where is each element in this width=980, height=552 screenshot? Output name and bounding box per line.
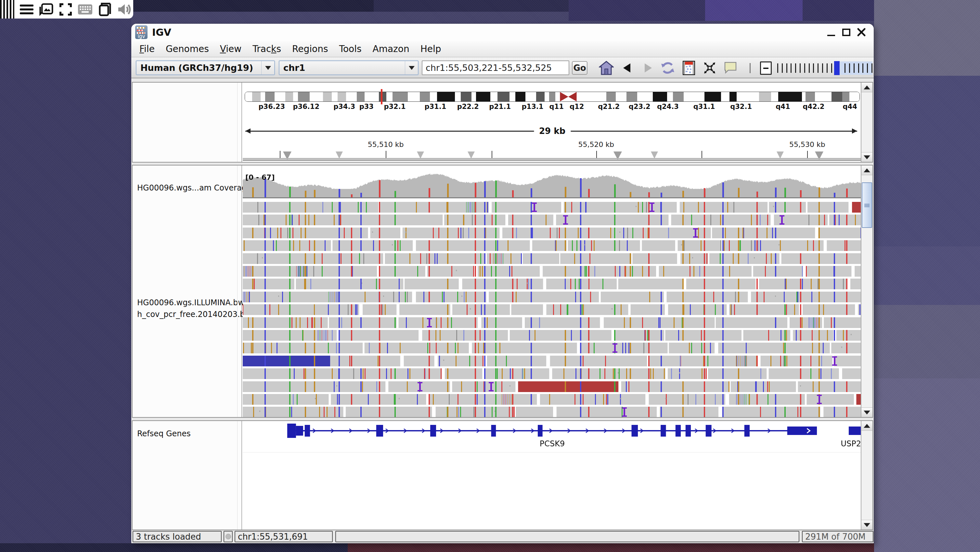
genome-select[interactable]: Human (GRCh37/hg19): [136, 61, 275, 75]
menu-bar: FileGenomesViewTracksRegionsToolsAmazonH…: [131, 41, 874, 57]
chromosome-select[interactable]: chr1: [279, 61, 418, 75]
zoom-tick: [813, 64, 814, 73]
zoom-tick: [809, 64, 810, 73]
ruler-marker-triangle: [283, 152, 291, 160]
alignment-canvas[interactable]: [243, 166, 862, 417]
cytoband: [637, 92, 653, 101]
cytoband: [778, 92, 802, 101]
zoom-tick: [795, 64, 796, 73]
title-bar[interactable]: igv IGV: [131, 24, 874, 41]
alignment-panel-content[interactable]: [0 - 67]: [243, 166, 862, 417]
zoom-slider-thumb[interactable]: [834, 61, 840, 75]
status-dot-icon: [226, 534, 231, 539]
coverage-track-label[interactable]: HG00096.wgs...am Coverage: [137, 183, 251, 193]
chevron-down-icon[interactable]: [405, 61, 418, 75]
home-icon[interactable]: [598, 60, 614, 76]
menu-tracks[interactable]: Tracks: [247, 43, 286, 54]
zoom-tick: [818, 64, 819, 73]
cytoband: [560, 92, 568, 101]
arrow-right-icon: [852, 128, 857, 134]
drag-handle[interactable]: [0, 0, 14, 19]
cytoband: [568, 92, 577, 101]
scroll-down-icon[interactable]: [861, 407, 872, 417]
alignment-track-label-line2[interactable]: h_cov_pcr_free.20140203.bam: [137, 310, 257, 319]
menu-help[interactable]: Help: [415, 43, 447, 54]
cytoband-label: q31.1: [694, 103, 715, 110]
ruler-marker-triangle: [614, 152, 622, 160]
cytoband: [476, 92, 490, 101]
cytoband: [437, 92, 455, 101]
gene-name-label: PCSK9: [540, 439, 565, 448]
alignment-panel: HG00096.wgs...am Coverage HG00096.wgs.IL…: [132, 165, 873, 418]
scroll-up-icon[interactable]: [861, 166, 872, 175]
maximize-button[interactable]: [841, 27, 852, 37]
chromosome-ideogram[interactable]: [245, 92, 860, 102]
cytoband: [310, 92, 323, 101]
cytoband: [737, 92, 759, 101]
zoom-tick: [872, 64, 872, 73]
scroll-up-icon[interactable]: [861, 83, 872, 93]
fullscreen-icon[interactable]: [59, 3, 73, 16]
genes-panel-scrollbar[interactable]: [861, 421, 872, 530]
message-status: [335, 531, 799, 542]
cursor-position-status: chr1:55,531,691: [235, 531, 333, 542]
zoom-tick: [800, 64, 801, 73]
menu-view[interactable]: View: [215, 43, 247, 54]
cytoband: [461, 92, 471, 101]
cytoband-label: p33: [360, 103, 374, 110]
cytoband: [252, 92, 261, 101]
cytoband: [536, 92, 544, 101]
locus-input[interactable]: [422, 61, 569, 75]
speaker-icon[interactable]: [117, 3, 131, 16]
fit-to-window-icon[interactable]: [703, 60, 716, 76]
cytoband: [606, 92, 616, 101]
zoom-out-button[interactable]: [760, 61, 772, 75]
go-button[interactable]: Go: [572, 61, 587, 75]
genes-panel: Refseq Genes PCSK9 USP2: [132, 420, 873, 530]
locus-panel-content[interactable]: p36.23p36.12p34.3p33p32.1p31.1p22.2p21.1…: [243, 83, 862, 162]
genes-track-label[interactable]: Refseq Genes: [137, 429, 191, 438]
gene-track-canvas[interactable]: [243, 421, 862, 530]
menu-regions[interactable]: Regions: [286, 43, 333, 54]
cytoband: [337, 92, 346, 101]
cytoband-label: p22.2: [457, 103, 479, 110]
locus-panel-scrollbar[interactable]: [861, 83, 872, 162]
track-label-column: [132, 83, 242, 162]
ruler-tick: [280, 151, 280, 159]
cytoband: [379, 92, 387, 101]
keyboard-icon[interactable]: [78, 3, 92, 16]
alignment-track-label-line1[interactable]: HG00096.wgs.ILLUMINA.bwa.G: [137, 298, 258, 307]
cytoband: [525, 92, 536, 101]
minimize-button[interactable]: [826, 27, 837, 37]
wallpaper-block: [874, 246, 980, 305]
scroll-up-icon[interactable]: [861, 421, 872, 431]
cytoband-label: q41: [776, 103, 790, 110]
scrollbar-thumb[interactable]: [862, 182, 872, 228]
forward-icon[interactable]: [643, 60, 654, 76]
cytoband: [729, 92, 737, 101]
back-icon[interactable]: [621, 60, 632, 76]
ruler-marker-triangle: [815, 152, 823, 160]
alignment-panel-scrollbar[interactable]: [861, 166, 872, 417]
ruler-tick: [596, 151, 597, 159]
chromosome-select-value: chr1: [280, 63, 405, 73]
chevron-down-icon[interactable]: [261, 61, 274, 75]
screenshot-icon[interactable]: [39, 3, 53, 16]
tooltip-popup-icon[interactable]: [723, 60, 738, 76]
cytoband: [759, 92, 771, 101]
scroll-down-icon[interactable]: [861, 520, 872, 530]
menu-icon[interactable]: [19, 3, 34, 16]
refresh-icon[interactable]: [660, 60, 676, 76]
cytoband: [323, 92, 332, 101]
scroll-down-icon[interactable]: [861, 152, 872, 162]
menu-amazon[interactable]: Amazon: [367, 43, 415, 54]
menu-genomes[interactable]: Genomes: [160, 43, 215, 54]
copy-icon[interactable]: [97, 3, 112, 16]
close-button[interactable]: [856, 27, 867, 37]
menu-file[interactable]: File: [134, 43, 160, 54]
define-region-icon[interactable]: [682, 60, 696, 76]
menu-tools[interactable]: Tools: [334, 43, 367, 54]
genes-panel-content[interactable]: PCSK9 USP2: [243, 421, 862, 530]
zoom-tick: [786, 64, 788, 73]
zoom-tick: [782, 64, 783, 73]
